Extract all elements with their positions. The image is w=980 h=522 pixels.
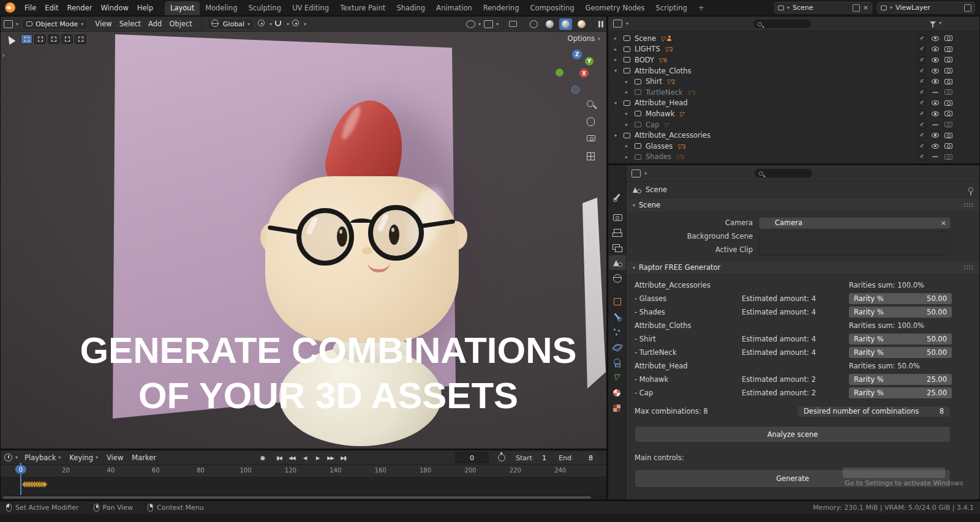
tab-texture[interactable] <box>609 401 626 416</box>
disable-render-camera-icon[interactable] <box>944 68 952 73</box>
workspace-tab[interactable]: Layout <box>165 1 200 15</box>
jump-to-start-button[interactable]: ▮◀ <box>273 452 285 463</box>
collection-name[interactable]: Attribute_Cloths <box>633 67 693 75</box>
select-tool-button[interactable] <box>75 34 86 44</box>
workspace-tab[interactable]: Compositing <box>524 1 579 15</box>
disclosure-arrow[interactable]: ▸ <box>625 122 632 127</box>
workspace-tab[interactable]: Animation <box>431 1 478 15</box>
disclosure-arrow[interactable]: ▸ <box>625 154 632 160</box>
disable-render-camera-icon[interactable] <box>944 47 952 52</box>
play-button[interactable]: ▶ <box>312 452 323 463</box>
pin-icon[interactable] <box>968 187 973 192</box>
rarity-slider[interactable]: Rarity % 25.00 <box>849 374 952 385</box>
outliner-row[interactable]: ▸ BODY 6 <box>608 54 979 65</box>
exclude-checkbox[interactable] <box>918 132 925 139</box>
collection-name[interactable]: Cap <box>644 121 661 129</box>
hide-viewport-eye-icon[interactable] <box>931 121 940 129</box>
tab-physics[interactable] <box>609 340 626 354</box>
exclude-checkbox[interactable] <box>918 89 925 96</box>
panel-grip-icon[interactable] <box>963 203 973 207</box>
show-gizmo-icon[interactable] <box>466 20 475 28</box>
camera-view-toggle[interactable] <box>587 135 598 146</box>
disclosure-arrow[interactable]: ▸ <box>625 79 632 84</box>
transform-orientation-select[interactable]: Global ▾ <box>206 18 255 30</box>
topbar-menu[interactable]: Window <box>96 2 132 13</box>
new-viewlayer-button[interactable] <box>964 4 971 12</box>
collection-name[interactable]: LIGHTS <box>633 45 662 53</box>
collection-name[interactable]: BODY <box>633 56 656 64</box>
rarity-slider[interactable]: Rarity % 50.00 <box>849 334 952 345</box>
disclosure-arrow[interactable]: ▸ <box>625 111 632 116</box>
select-tool-button[interactable] <box>34 34 46 44</box>
timeline-menu[interactable]: Playback <box>20 452 65 463</box>
breadcrumb-label[interactable]: Scene <box>646 185 667 194</box>
play-reverse-button[interactable]: ◀ <box>299 452 311 463</box>
zoom-tool[interactable] <box>587 100 598 111</box>
viewport-menu[interactable]: Add <box>145 18 165 29</box>
select-tool-button[interactable] <box>48 34 59 44</box>
outliner[interactable]: ▾ ▾ ▸ Scene ▸ LIGHTS <box>608 16 980 164</box>
viewport-menu[interactable]: Object <box>165 18 195 29</box>
topbar-menu[interactable]: Edit <box>40 2 62 13</box>
timeline-tracks[interactable] <box>1 477 606 496</box>
rarity-slider[interactable]: Rarity % 50.00 <box>849 307 952 318</box>
tab-object[interactable] <box>609 294 626 308</box>
collection-name[interactable]: Glasses <box>644 142 674 151</box>
workspace-tab[interactable]: Scripting <box>650 1 693 15</box>
tab-view-layer[interactable] <box>609 240 626 255</box>
ortho-grid-toggle[interactable] <box>587 152 598 163</box>
collection-name[interactable]: Mohawk <box>644 110 676 118</box>
workspace-tab[interactable]: Sculpting <box>243 1 287 15</box>
hide-viewport-eye-icon[interactable] <box>931 77 940 86</box>
collection-name[interactable]: Shades <box>644 152 673 161</box>
workspace-tab[interactable]: UV Editing <box>287 1 334 15</box>
select-tool-button[interactable] <box>61 34 73 44</box>
tab-particles[interactable] <box>609 324 626 339</box>
jump-to-end-button[interactable]: ▶▮ <box>337 452 349 463</box>
tab-constraints[interactable] <box>609 355 626 370</box>
show-overlays-icon[interactable] <box>484 20 493 28</box>
exclude-checkbox[interactable] <box>918 67 925 75</box>
disable-render-camera-icon[interactable] <box>944 154 952 160</box>
workspace-tab[interactable]: Rendering <box>478 1 525 15</box>
topbar-menu[interactable]: Help <box>133 2 157 13</box>
disable-render-camera-icon[interactable] <box>944 143 952 149</box>
timeline-editor-icon[interactable] <box>4 453 12 461</box>
3d-viewport[interactable]: ▾ Object Mode ▾ ViewSelectAddObject Glob… <box>0 16 607 449</box>
outliner-editor-icon[interactable] <box>613 20 622 28</box>
properties-search-input[interactable] <box>754 168 813 178</box>
disable-render-camera-icon[interactable] <box>944 111 952 116</box>
disable-render-camera-icon[interactable] <box>944 79 952 84</box>
datablock-field[interactable]: × <box>759 244 951 256</box>
tweak-tool-icon[interactable] <box>5 34 15 44</box>
exclude-checkbox[interactable] <box>918 56 925 64</box>
timeline-ruler[interactable]: 020406080100120140160180200220240 <box>1 465 606 477</box>
rarity-slider[interactable]: Rarity % 50.00 <box>849 347 952 358</box>
disclosure-arrow[interactable]: ▸ <box>614 35 621 41</box>
mode-select[interactable]: Object Mode ▾ <box>21 18 88 30</box>
desired-combinations-field[interactable]: Desired number of combinations 8 <box>797 406 951 417</box>
tab-modifiers[interactable] <box>609 309 626 324</box>
outliner-row[interactable]: ▸ TurtleNeck 3 <box>608 87 979 98</box>
viewport-menu[interactable]: Select <box>116 18 145 29</box>
exclude-checkbox[interactable] <box>918 143 925 150</box>
viewlayer-selector[interactable]: ▾ ViewLayer <box>877 2 975 13</box>
hide-viewport-eye-icon[interactable] <box>931 152 940 161</box>
playhead-frame-badge[interactable]: 0 <box>15 465 26 474</box>
hide-viewport-eye-icon[interactable] <box>931 45 940 53</box>
gizmo-neg-y-axis[interactable] <box>556 69 564 76</box>
disclosure-arrow[interactable]: ▾ <box>614 68 621 73</box>
panel-grip-icon[interactable] <box>963 265 973 270</box>
unlink-scene-button[interactable]: × <box>863 5 869 11</box>
outliner-row[interactable]: ▾ Attribute_Accessories <box>608 130 979 141</box>
start-frame-field[interactable]: Start 1 <box>511 452 551 463</box>
tab-render[interactable] <box>609 209 626 224</box>
disable-render-camera-icon[interactable] <box>944 100 952 106</box>
editor-type-icon[interactable] <box>4 20 13 28</box>
tab-scene[interactable] <box>609 255 626 270</box>
tab-output[interactable] <box>609 225 626 239</box>
snap-magnet-icon[interactable] <box>275 21 281 26</box>
viewport-menu[interactable]: View <box>91 18 115 29</box>
disclosure-arrow[interactable]: ▾ <box>614 100 621 106</box>
shading-material-preview-button[interactable] <box>559 18 572 30</box>
